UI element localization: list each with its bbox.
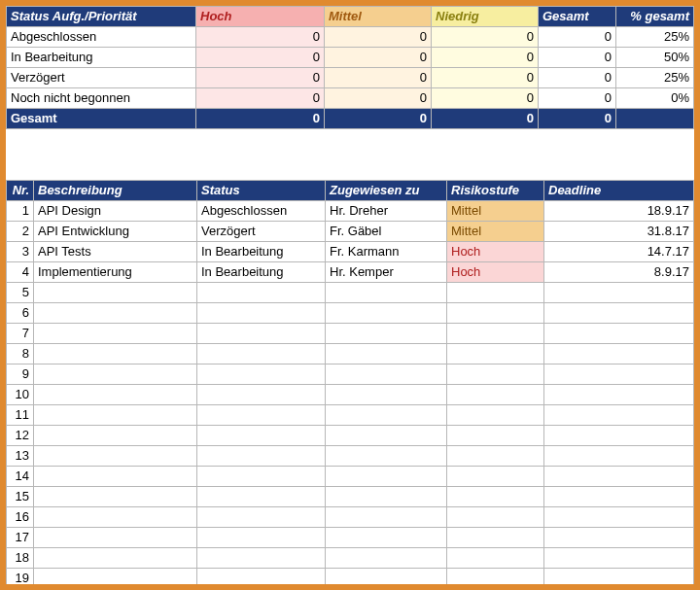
cell-status[interactable] — [197, 364, 326, 385]
cell-nr[interactable]: 17 — [7, 528, 34, 548]
cell-beschreibung[interactable]: API Tests — [34, 242, 197, 262]
cell-beschreibung[interactable]: API Entwicklung — [34, 222, 197, 242]
cell-beschreibung[interactable]: Implementierung — [34, 262, 197, 283]
cell-status[interactable] — [197, 548, 326, 569]
cell-zugewiesen[interactable] — [326, 446, 447, 467]
cell-zugewiesen[interactable] — [326, 487, 447, 507]
cell-status[interactable] — [197, 324, 326, 344]
cell-risiko[interactable] — [447, 364, 544, 385]
cell-nr[interactable]: 7 — [7, 324, 34, 344]
cell-niedrig[interactable]: 0 — [432, 68, 539, 88]
cell-mittel[interactable]: 0 — [325, 68, 432, 88]
cell-nr[interactable]: 10 — [7, 385, 34, 405]
cell-zugewiesen[interactable]: Hr. Kemper — [326, 262, 447, 283]
cell-hoch[interactable]: 0 — [196, 48, 325, 68]
summary-row-label[interactable]: In Bearbeitung — [7, 48, 196, 68]
cell-risiko[interactable] — [447, 385, 544, 405]
cell-nr[interactable]: 4 — [7, 262, 34, 283]
cell-nr[interactable]: 15 — [7, 487, 34, 507]
cell-niedrig[interactable]: 0 — [432, 88, 539, 109]
cell-deadline[interactable] — [544, 385, 694, 405]
cell-deadline[interactable] — [544, 324, 694, 344]
cell-status[interactable] — [197, 446, 326, 467]
cell-deadline[interactable] — [544, 569, 694, 589]
cell-beschreibung[interactable] — [34, 569, 197, 589]
cell-beschreibung[interactable] — [34, 385, 197, 405]
cell-niedrig[interactable]: 0 — [432, 48, 539, 68]
cell-zugewiesen[interactable]: Fr. Karmann — [326, 242, 447, 262]
cell-risiko[interactable]: Mittel — [447, 201, 544, 222]
cell-deadline[interactable] — [544, 344, 694, 364]
cell-zugewiesen[interactable] — [326, 528, 447, 548]
cell-nr[interactable]: 18 — [7, 548, 34, 569]
cell-beschreibung[interactable] — [34, 467, 197, 487]
cell-nr[interactable]: 8 — [7, 344, 34, 364]
cell-deadline[interactable] — [544, 426, 694, 446]
cell-pct[interactable]: 25% — [616, 68, 694, 88]
cell-mittel[interactable]: 0 — [325, 88, 432, 109]
cell-pct[interactable]: 50% — [616, 48, 694, 68]
cell-status[interactable] — [197, 528, 326, 548]
cell-risiko[interactable] — [447, 344, 544, 364]
cell-beschreibung[interactable] — [34, 324, 197, 344]
cell-nr[interactable]: 19 — [7, 569, 34, 589]
cell-risiko[interactable] — [447, 467, 544, 487]
cell-nr[interactable]: 5 — [7, 283, 34, 303]
cell-nr[interactable]: 9 — [7, 364, 34, 385]
cell-status[interactable] — [197, 467, 326, 487]
cell-zugewiesen[interactable] — [326, 507, 447, 528]
cell-beschreibung[interactable] — [34, 528, 197, 548]
cell-status[interactable] — [197, 487, 326, 507]
cell-beschreibung[interactable] — [34, 487, 197, 507]
cell-status[interactable] — [197, 385, 326, 405]
cell-risiko[interactable] — [447, 283, 544, 303]
cell-deadline[interactable] — [544, 283, 694, 303]
cell-risiko[interactable] — [447, 324, 544, 344]
cell-status[interactable]: Abgeschlossen — [197, 201, 326, 222]
cell-nr[interactable]: 6 — [7, 303, 34, 324]
cell-beschreibung[interactable] — [34, 548, 197, 569]
cell-hoch[interactable]: 0 — [196, 88, 325, 109]
cell-risiko[interactable] — [447, 487, 544, 507]
cell-status[interactable] — [197, 507, 326, 528]
cell-beschreibung[interactable] — [34, 426, 197, 446]
cell-deadline[interactable] — [544, 405, 694, 426]
cell-deadline[interactable] — [544, 467, 694, 487]
cell-status[interactable] — [197, 405, 326, 426]
cell-deadline[interactable] — [544, 487, 694, 507]
cell-deadline[interactable] — [544, 303, 694, 324]
cell-deadline[interactable] — [544, 548, 694, 569]
cell-beschreibung[interactable] — [34, 507, 197, 528]
cell-deadline[interactable]: 8.9.17 — [544, 262, 694, 283]
cell-beschreibung[interactable] — [34, 364, 197, 385]
cell-risiko[interactable] — [447, 446, 544, 467]
cell-beschreibung[interactable] — [34, 446, 197, 467]
cell-risiko[interactable] — [447, 426, 544, 446]
cell-zugewiesen[interactable] — [326, 467, 447, 487]
cell-risiko[interactable] — [447, 303, 544, 324]
cell-mittel[interactable]: 0 — [325, 48, 432, 68]
cell-risiko[interactable]: Hoch — [447, 242, 544, 262]
cell-zugewiesen[interactable] — [326, 303, 447, 324]
cell-hoch[interactable]: 0 — [196, 68, 325, 88]
cell-risiko[interactable] — [447, 507, 544, 528]
cell-beschreibung[interactable] — [34, 303, 197, 324]
summary-row-label[interactable]: Abgeschlossen — [7, 27, 196, 48]
cell-beschreibung[interactable] — [34, 405, 197, 426]
cell-hoch[interactable]: 0 — [196, 27, 325, 48]
cell-nr[interactable]: 1 — [7, 201, 34, 222]
cell-zugewiesen[interactable] — [326, 385, 447, 405]
cell-status[interactable]: In Bearbeitung — [197, 242, 326, 262]
cell-niedrig[interactable]: 0 — [432, 27, 539, 48]
cell-deadline[interactable]: 31.8.17 — [544, 222, 694, 242]
cell-beschreibung[interactable] — [34, 344, 197, 364]
cell-gesamt[interactable]: 0 — [539, 48, 616, 68]
cell-zugewiesen[interactable]: Fr. Gäbel — [326, 222, 447, 242]
cell-zugewiesen[interactable] — [326, 405, 447, 426]
summary-row-label[interactable]: Verzögert — [7, 68, 196, 88]
cell-beschreibung[interactable] — [34, 283, 197, 303]
cell-status[interactable]: Verzögert — [197, 222, 326, 242]
cell-risiko[interactable]: Hoch — [447, 262, 544, 283]
cell-nr[interactable]: 11 — [7, 405, 34, 426]
summary-row-label[interactable]: Noch nicht begonnen — [7, 88, 196, 109]
